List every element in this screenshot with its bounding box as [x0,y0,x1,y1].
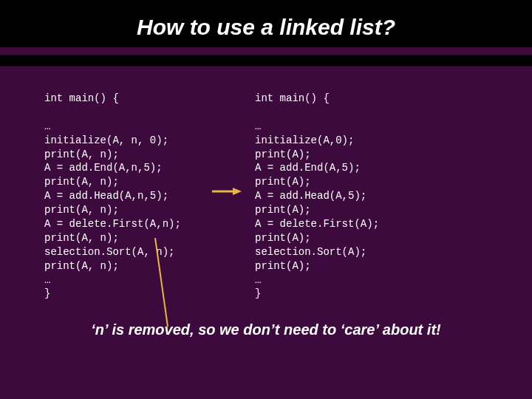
content-area: int main() { … initialize(A, n, 0); prin… [0,66,532,325]
slide-title: How to use a linked list? [0,15,532,40]
pointer-line [149,238,171,327]
code-block-left: int main() { … initialize(A, n, 0); prin… [44,92,229,301]
title-area: How to use a linked list? [0,0,532,47]
slide: How to use a linked list? int main() { …… [0,0,532,399]
code-block-right: int main() { … initialize(A,0); print(A)… [255,92,440,301]
svg-marker-1 [233,188,242,195]
arrow-icon [212,186,242,197]
decorative-divider [0,55,532,66]
svg-line-2 [155,238,168,327]
caption-text: ‘n’ is removed, so we don’t need to ‘car… [0,321,532,338]
